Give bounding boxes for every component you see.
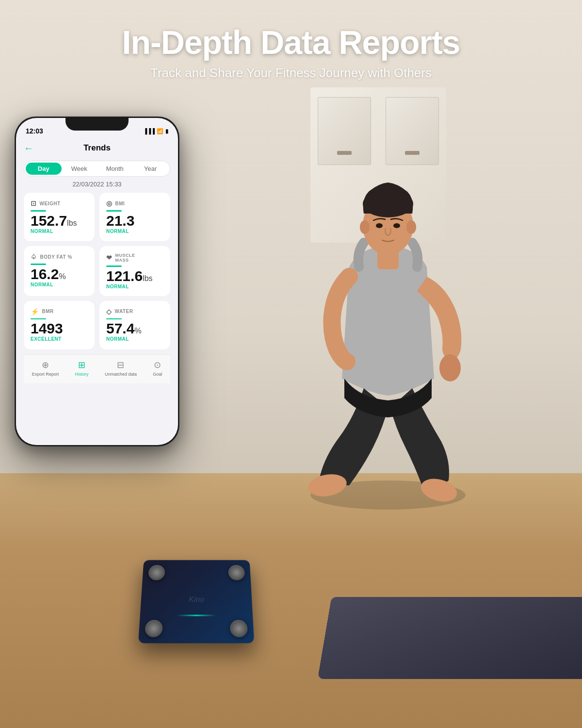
metric-value-bmr: 1493 [31, 320, 88, 336]
svg-point-7 [393, 223, 400, 228]
tab-selector: Day Week Month Year [24, 161, 170, 177]
status-time: 12:03 [26, 127, 43, 135]
bmr-status: EXCELLENT [31, 336, 88, 342]
metric-value-bodyfat: 16.2% [31, 266, 88, 282]
svg-rect-5 [377, 248, 399, 269]
metric-card-bmr: ⚡ BMR 1493 EXCELLENT [24, 301, 95, 349]
metric-label-musclemass: ❤ MUSCLEMASS [106, 253, 163, 263]
app-content: ← Trends Day Week Month Year 22/03/2022 … [16, 139, 178, 383]
wifi-icon: 📶 [157, 128, 163, 134]
scale-corner-bl [145, 620, 163, 637]
water-icon: ◇ [106, 308, 112, 315]
scale-teal-accent [177, 615, 216, 616]
bmr-green-line [31, 318, 46, 320]
page-title: In-Depth Data Reports [0, 24, 582, 61]
bodyfat-status: NORMAL [31, 282, 88, 287]
weight-green-line [31, 210, 46, 212]
metric-value-weight: 152.7lbs [31, 213, 88, 229]
tab-month[interactable]: Month [97, 163, 133, 175]
yoga-mat [318, 597, 582, 679]
musclemass-status: NORMAL [106, 284, 163, 289]
metric-label-weight: ⊡ WEIGHT [31, 199, 88, 207]
tab-year[interactable]: Year [133, 163, 169, 175]
weight-icon: ⊡ [31, 199, 37, 207]
metric-card-water: ◇ WATER 57.4% NORMAL [99, 301, 170, 349]
phone-mockup: 12:03 ▐▐▐ 📶 ▮ ← Trends Day Week [15, 116, 179, 447]
bmi-green-line [106, 210, 122, 212]
bodyfat-green-line [31, 264, 46, 265]
musclemass-green-line [106, 265, 122, 267]
bmi-status: NORMAL [106, 229, 163, 234]
weight-status: NORMAL [31, 229, 88, 234]
water-green-line [106, 318, 122, 320]
date-display: 22/03/2022 15:33 [24, 181, 170, 188]
goal-icon: ⊙ [154, 360, 161, 370]
screen-title: Trends [83, 143, 111, 153]
metric-label-bodyfat: ♤ BODY FAT % [31, 253, 88, 261]
person-area [223, 97, 553, 534]
scale-logo-text: Kino [189, 596, 204, 604]
nav-unmatched-data[interactable]: ⊟ Unmatched data [105, 360, 137, 377]
metric-label-bmi: ◎ BMI [106, 199, 163, 207]
musclemass-icon: ❤ [106, 254, 113, 262]
nav-goal[interactable]: ⊙ Goal [153, 360, 162, 377]
metric-card-musclemass: ❤ MUSCLEMASS 121.6lbs NORMAL [99, 246, 170, 296]
metric-label-bmr: ⚡ BMR [31, 308, 88, 315]
metric-value-bmi: 21.3 [106, 213, 163, 229]
metrics-grid: ⊡ WEIGHT 152.7lbs NORMAL ◎ BMI [24, 193, 170, 349]
metric-value-musclemass: 121.6lbs [106, 268, 163, 284]
svg-point-6 [376, 223, 383, 228]
phone-frame: 12:03 ▐▐▐ 📶 ▮ ← Trends Day Week [15, 116, 179, 447]
smart-scale: Kino [138, 560, 254, 644]
header-section: In-Depth Data Reports Track and Share Yo… [0, 24, 582, 81]
metric-label-water: ◇ WATER [106, 308, 163, 315]
scale-corner-br [230, 620, 248, 637]
unmatched-data-icon: ⊟ [117, 360, 124, 370]
bmr-icon: ⚡ [31, 308, 39, 315]
export-report-icon: ⊕ [42, 360, 49, 370]
tab-day[interactable]: Day [26, 163, 62, 175]
status-icons: ▐▐▐ 📶 ▮ [144, 128, 168, 134]
svg-point-4 [406, 220, 416, 234]
metric-card-weight: ⊡ WEIGHT 152.7lbs NORMAL [24, 193, 95, 241]
bottom-navigation: ⊕ Export Report ⊞ History ⊟ Unmatched da… [24, 354, 170, 383]
history-icon: ⊞ [78, 360, 85, 370]
water-status: NORMAL [106, 336, 163, 342]
battery-icon: ▮ [165, 128, 168, 134]
back-arrow-icon[interactable]: ← [24, 143, 33, 154]
bmi-icon: ◎ [106, 199, 113, 207]
scale-corner-tr [228, 565, 245, 580]
metric-value-water: 57.4% [106, 320, 163, 336]
person-illustration [223, 97, 553, 534]
scale-container: Kino [137, 560, 265, 659]
svg-point-3 [360, 220, 370, 234]
metric-card-bodyfat: ♤ BODY FAT % 16.2% NORMAL [24, 246, 95, 296]
phone-screen: 12:03 ▐▐▐ 📶 ▮ ← Trends Day Week [16, 118, 178, 445]
svg-point-8 [439, 354, 461, 381]
metric-card-bmi: ◎ BMI 21.3 NORMAL [99, 193, 170, 241]
app-header: ← Trends [24, 139, 170, 157]
nav-export-report[interactable]: ⊕ Export Report [32, 360, 59, 377]
nav-history[interactable]: ⊞ History [75, 360, 89, 377]
tab-week[interactable]: Week [62, 163, 97, 175]
signal-icon: ▐▐▐ [144, 128, 155, 134]
bodyfat-icon: ♤ [31, 253, 37, 261]
page-subtitle: Track and Share Your Fitness Journey wit… [0, 66, 582, 81]
scale-corner-tl [148, 565, 165, 580]
phone-notch [65, 118, 129, 131]
